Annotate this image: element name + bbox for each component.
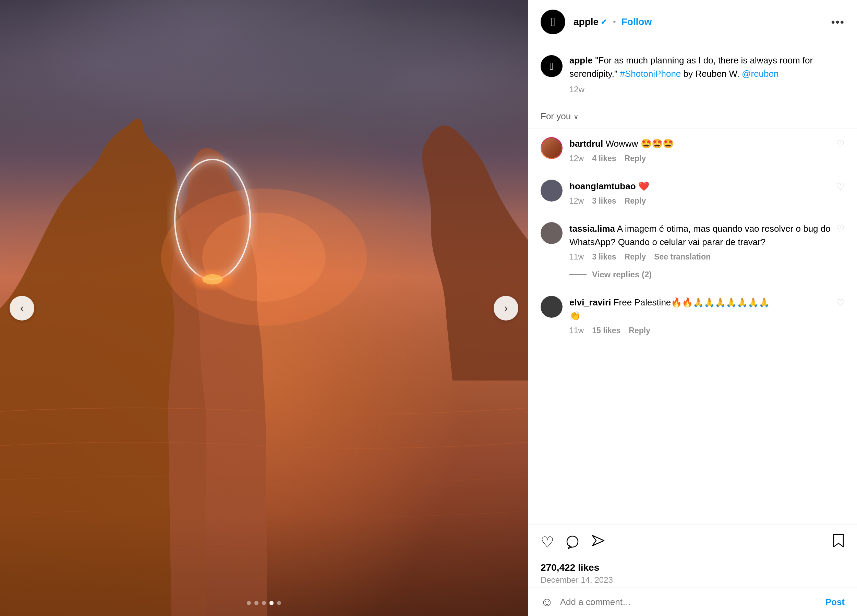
comment-username-tassia[interactable]: tassia.lima [569,223,615,234]
separator: • [613,17,616,27]
dot-5[interactable] [277,601,281,605]
replies-line [569,274,586,275]
comment-text-hoanglamtubao: hoanglamtubao ❤️ [569,180,845,193]
comment-reply-bartdrul[interactable]: Reply [625,154,646,163]
caption-by: by Reuben W. [684,68,739,79]
comment-text-tassia: tassia.lima A imagem é otima, mas quando… [569,222,845,249]
comment-username-bartdrul[interactable]: bartdrul [569,138,603,149]
comment-likes-tassia: 3 likes [592,252,616,262]
bookmark-button[interactable] [832,533,845,551]
caption-time: 12w [569,85,845,94]
avatar-image-tassia [541,222,563,244]
caption-username[interactable]: apple [569,55,593,65]
like-button[interactable]: ♡ [541,533,554,551]
comment-button[interactable] [565,535,580,550]
comment-like-icon-tassia[interactable]: ♡ [836,223,845,235]
action-bar: ♡ [528,525,857,559]
avatar-image-hoanglamtubao [541,180,563,201]
comment-item: elvi_raviri Free Palestine🔥🔥🙏🙏🙏🙏🙏🙏🙏👏 11w… [528,288,857,344]
comment-avatar-elvi[interactable] [541,296,563,318]
comment-meta-hoanglamtubao: 12w 3 likes Reply [569,197,845,206]
left-arrow-icon: ‹ [20,302,24,314]
comment-text-elvi: elvi_raviri Free Palestine🔥🔥🙏🙏🙏🙏🙏🙏🙏👏 [569,296,845,323]
verified-badge-icon: ✔ [600,17,608,27]
post-date: December 14, 2023 [541,575,845,585]
emoji-picker-button[interactable]: ☺ [541,595,553,609]
comment-likes-elvi: 15 likes [592,326,620,335]
comment-time-elvi: 11w [569,326,584,335]
header-avatar[interactable]:  [541,9,565,34]
see-translation-button-tassia[interactable]: See translation [654,252,711,262]
share-button[interactable] [591,534,605,550]
post-comment-button[interactable]: Post [826,597,845,607]
comment-reply-elvi[interactable]: Reply [629,326,650,335]
comment-time-hoanglamtubao: 12w [569,197,584,206]
likes-section: 270,422 likes December 14, 2023 [528,559,857,588]
comment-body-hoanglamtubao: hoanglamtubao ❤️ 12w 3 likes Reply [569,180,845,206]
right-arrow-icon: › [504,302,508,314]
more-options-button[interactable]: ••• [831,16,845,28]
view-replies-tassia[interactable]: View replies (2) [528,270,857,288]
comment-like-icon-hoanglamtubao[interactable]: ♡ [836,181,845,192]
comment-time-bartdrul: 12w [569,154,584,163]
comment-reply-tassia[interactable]: Reply [625,252,646,262]
follow-button[interactable]: Follow [622,17,652,28]
comment-meta-elvi: 11w 15 likes Reply [569,326,845,335]
replies-text: View replies (2) [592,270,652,279]
caption-section:  apple "For as much planning as I do, t… [528,44,857,104]
comment-like-icon-bartdrul[interactable]: ♡ [836,138,845,150]
comment-item: hoanglamtubao ❤️ 12w 3 likes Reply ♡ [528,172,857,214]
avatar-image-elvi [541,296,563,318]
avatar-image-bartdrul [541,138,562,158]
comment-content-hoanglamtubao: ❤️ [638,181,649,191]
dot-4[interactable] [269,601,274,605]
next-image-button[interactable]: › [493,296,518,320]
comment-body-elvi: elvi_raviri Free Palestine🔥🔥🙏🙏🙏🙏🙏🙏🙏👏 11w… [569,296,845,335]
post-image-panel: ‹ › [0,0,528,616]
caption-text: apple "For as much planning as I do, the… [569,54,845,80]
caption-avatar[interactable]:  [541,55,563,77]
caption-apple-icon:  [550,60,554,72]
comment-likes-hoanglamtubao: 3 likes [592,197,616,206]
comment-avatar-tassia[interactable] [541,222,563,244]
comment-body-bartdrul: bartdrul Wowww 🤩🤩🤩 12w 4 likes Reply [569,137,845,163]
for-you-section: For you ∨ [528,104,857,129]
for-you-label-text: For you [541,111,571,122]
header-username[interactable]: apple [574,17,599,28]
comment-body-tassia: tassia.lima A imagem é otima, mas quando… [569,222,845,262]
prev-image-button[interactable]: ‹ [9,296,34,320]
comment-likes-bartdrul: 4 likes [592,154,616,163]
comment-input[interactable] [560,597,818,607]
dot-3[interactable] [262,601,266,605]
comment-content-bartdrul: Wowww 🤩🤩🤩 [605,138,673,149]
comment-username-hoanglamtubao[interactable]: hoanglamtubao [569,181,636,191]
caption-hashtag[interactable]: #ShotoniPhone [620,68,681,79]
comment-item: bartdrul Wowww 🤩🤩🤩 12w 4 likes Reply ♡ [528,129,857,172]
likes-count[interactable]: 270,422 likes [541,562,845,573]
comment-text-bartdrul: bartdrul Wowww 🤩🤩🤩 [569,137,845,150]
comments-section: bartdrul Wowww 🤩🤩🤩 12w 4 likes Reply ♡ h… [528,129,857,525]
comment-avatar-bartdrul[interactable] [541,137,563,159]
comment-username-elvi[interactable]: elvi_raviri [569,297,611,308]
comment-like-icon-elvi[interactable]: ♡ [836,297,845,308]
dot-2[interactable] [254,601,258,605]
carousel-dots [247,601,281,605]
caption-mention[interactable]: @reuben [742,68,778,79]
post-header:  apple ✔ • Follow ••• [528,0,857,44]
add-comment-section: ☺ Post [528,588,857,616]
comment-time-tassia: 11w [569,252,584,262]
apple-logo-icon:  [551,15,555,29]
comment-avatar-hoanglamtubao[interactable] [541,180,563,201]
for-you-dropdown[interactable]: For you ∨ [541,111,845,122]
comment-item: tassia.lima A imagem é otima, mas quando… [528,214,857,270]
comment-meta-bartdrul: 12w 4 likes Reply [569,154,845,163]
chevron-down-icon: ∨ [574,113,579,121]
dot-1[interactable] [247,601,251,605]
post-details-panel:  apple ✔ • Follow •••  apple "For as m… [528,0,857,616]
comment-reply-hoanglamtubao[interactable]: Reply [625,197,646,206]
svg-point-8 [567,536,578,547]
comment-meta-tassia: 11w 3 likes Reply See translation [569,252,845,262]
